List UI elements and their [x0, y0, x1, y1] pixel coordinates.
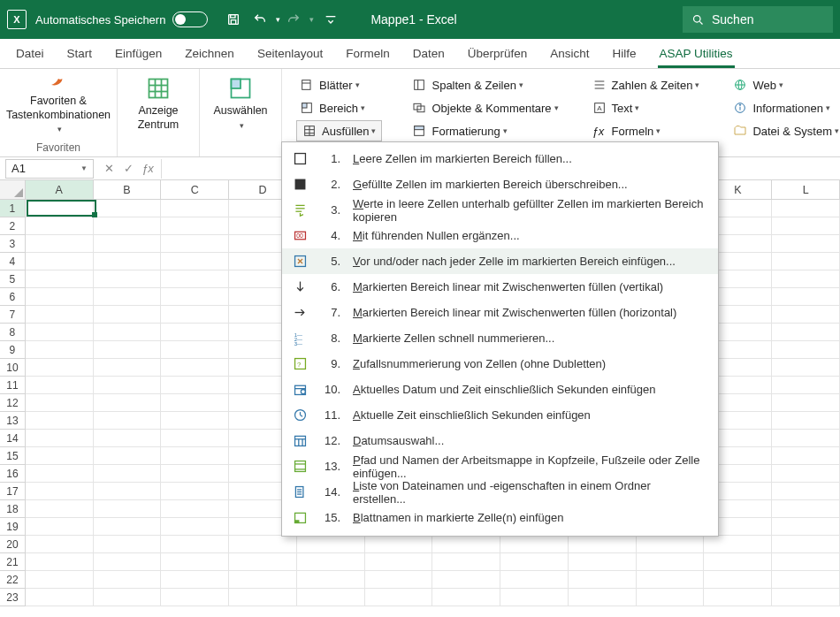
cell[interactable]	[772, 447, 840, 465]
menu-item-10[interactable]: 10.Aktuelles Datum und Zeit einschließli…	[282, 377, 718, 402]
row-header[interactable]: 22	[0, 571, 26, 589]
anzeige-zentrum-button[interactable]: AnzeigeZentrum	[123, 72, 194, 136]
row-header[interactable]: 10	[0, 359, 26, 377]
informationen-button[interactable]: Informationen▾	[729, 97, 840, 118]
cell[interactable]	[26, 270, 94, 288]
cell[interactable]	[94, 447, 162, 465]
cell[interactable]	[500, 536, 569, 553]
blaetter-button[interactable]: Blätter▾	[296, 74, 382, 95]
cell[interactable]	[26, 571, 94, 589]
cell[interactable]	[365, 553, 433, 571]
cell[interactable]	[297, 589, 365, 606]
cell[interactable]	[26, 412, 94, 430]
menu-item-13[interactable]: 13.Pfad und Namen der Arbeitsmappe in Ko…	[282, 453, 718, 479]
cell[interactable]	[94, 200, 162, 217]
cell[interactable]	[161, 447, 229, 465]
tab-ansicht[interactable]: Ansicht	[539, 40, 599, 68]
cell[interactable]	[161, 430, 229, 447]
menu-item-14[interactable]: 14.Liste von Dateinamen und -eigenschaft…	[282, 479, 718, 505]
cell[interactable]	[500, 589, 569, 606]
cell[interactable]	[161, 270, 229, 288]
cell[interactable]	[26, 217, 94, 235]
cell[interactable]	[26, 589, 94, 606]
row-header[interactable]: 7	[0, 306, 26, 324]
cell[interactable]	[94, 518, 162, 536]
cell[interactable]	[161, 571, 229, 589]
cell[interactable]	[161, 536, 229, 553]
row-header[interactable]: 19	[0, 518, 26, 536]
cell[interactable]	[161, 324, 229, 341]
cell[interactable]	[161, 412, 229, 430]
qat-customize[interactable]	[319, 8, 342, 31]
cell[interactable]	[94, 465, 162, 483]
cell[interactable]	[772, 324, 840, 341]
insert-function-button[interactable]: ƒx	[138, 162, 157, 175]
row-header[interactable]: 15	[0, 447, 26, 465]
cell[interactable]	[569, 553, 637, 571]
cell[interactable]	[772, 270, 840, 288]
cell[interactable]	[569, 571, 637, 589]
cell[interactable]	[94, 341, 162, 359]
redo-button[interactable]	[282, 8, 305, 31]
zahlen-zeiten-button[interactable]: Zahlen & Zeiten▾	[589, 74, 704, 95]
cell[interactable]	[94, 217, 162, 235]
cell[interactable]	[161, 217, 229, 235]
row-header[interactable]: 8	[0, 324, 26, 341]
row-header[interactable]: 11	[0, 377, 26, 394]
cell[interactable]	[772, 306, 840, 324]
row-header[interactable]: 18	[0, 500, 26, 518]
cell[interactable]	[94, 412, 162, 430]
cell[interactable]	[772, 465, 840, 483]
cell[interactable]	[297, 536, 365, 553]
cell[interactable]	[26, 500, 94, 518]
formeln-button[interactable]: ƒxFormeln▾	[589, 120, 704, 141]
ausfuellen-button[interactable]: Ausfüllen▾	[296, 120, 382, 141]
cell[interactable]	[26, 235, 94, 253]
cell[interactable]	[161, 483, 229, 500]
tab-ueberpruefen[interactable]: Überprüfen	[457, 40, 538, 68]
cell[interactable]	[94, 253, 162, 270]
cell[interactable]	[94, 288, 162, 306]
cell[interactable]	[26, 430, 94, 447]
cell[interactable]	[704, 571, 772, 589]
cell[interactable]	[26, 377, 94, 394]
cell[interactable]	[772, 359, 840, 377]
cell[interactable]	[161, 465, 229, 483]
col-header[interactable]: A	[26, 180, 94, 199]
cell[interactable]	[26, 465, 94, 483]
cell[interactable]	[94, 235, 162, 253]
cell[interactable]	[161, 200, 229, 217]
cell[interactable]	[229, 553, 297, 571]
cell[interactable]	[637, 589, 705, 606]
tab-asap-utilities[interactable]: ASAP Utilities	[649, 40, 744, 68]
cell[interactable]	[94, 500, 162, 518]
cell[interactable]	[26, 341, 94, 359]
select-all-corner[interactable]	[0, 180, 26, 199]
search-box[interactable]: Suchen	[683, 6, 833, 33]
cell[interactable]	[161, 253, 229, 270]
cell[interactable]	[432, 536, 500, 553]
objekte-kommentare-button[interactable]: Objekte & Kommentare▾	[409, 97, 561, 118]
cell[interactable]	[94, 306, 162, 324]
tab-start[interactable]: Start	[57, 40, 103, 68]
cell[interactable]	[94, 589, 162, 606]
cell[interactable]	[26, 536, 94, 553]
row-header[interactable]: 13	[0, 412, 26, 430]
cell[interactable]	[772, 394, 840, 412]
undo-dropdown[interactable]: ▾	[276, 15, 280, 24]
menu-item-5[interactable]: 5.Vor und/oder nach jeder Zelle im marki…	[282, 248, 718, 274]
spalten-zeilen-button[interactable]: Spalten & Zeilen▾	[409, 74, 561, 95]
cell[interactable]	[26, 253, 94, 270]
cell[interactable]	[161, 341, 229, 359]
cell[interactable]	[704, 553, 772, 571]
menu-item-3[interactable]: 3.Werte in leere Zellen unterhalb gefüll…	[282, 197, 718, 223]
cell[interactable]	[772, 536, 840, 553]
cell[interactable]	[94, 483, 162, 500]
tab-formeln[interactable]: Formeln	[335, 40, 401, 68]
cell[interactable]	[500, 571, 569, 589]
save-button[interactable]	[222, 8, 245, 31]
cell[interactable]	[772, 253, 840, 270]
cell[interactable]	[26, 288, 94, 306]
col-header[interactable]: L	[772, 180, 840, 199]
redo-dropdown[interactable]: ▾	[309, 15, 314, 24]
